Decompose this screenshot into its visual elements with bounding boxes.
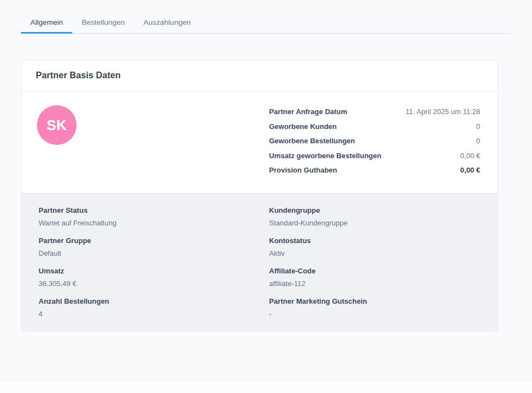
card-title: Partner Basis Daten [36,71,121,80]
detail-field-value: affiliate-112 [269,280,480,288]
summary-row-value: 0 [476,123,480,131]
detail-field-value: Aktiv [269,250,480,257]
detail-field-label: Partner Gruppe [39,237,269,245]
detail-field-label: Affiliate-Code [269,267,480,275]
detail-field: Partner Status Wartet auf Freischaltung [39,207,269,227]
tab-label: Auszahlungen [143,18,191,26]
card-body: SK Partner Anfrage Datum 11. April 2025 … [22,91,497,193]
summary-row: Geworbene Kunden 0 [269,123,480,131]
summary-row: Provision Guthaben 0,00 € [269,166,480,174]
tab-label: Bestellungen [82,18,125,26]
detail-field-value: 36.305,49 € [39,280,269,288]
detail-field-label: Kundengruppe [269,207,480,214]
summary-row-label: Geworbene Bestellungen [269,137,355,145]
summary-row-label: Provision Guthaben [269,166,337,174]
summary-row: Geworbene Bestellungen 0 [269,137,480,145]
detail-field: Partner Marketing Gutschein - [269,298,480,318]
detail-field-label: Kontostatus [269,237,480,245]
detail-field-value: Standard-Kundengruppe [269,219,480,227]
detail-field-value: Wartet auf Freischaltung [39,219,269,227]
summary-row: Partner Anfrage Datum 11. April 2025 um … [269,108,480,116]
detail-field-value: - [269,310,480,318]
summary-row-value: 0,00 € [460,152,480,160]
tabs: Allgemein Bestellungen Auszahlungen [21,12,511,34]
detail-field-label: Umsatz [39,267,269,275]
summary-row-label: Umsatz geworbene Bestellungen [269,152,381,160]
summary-row-value: 0,00 € [460,166,480,174]
summary-row-label: Partner Anfrage Datum [269,108,347,116]
detail-field-label: Partner Status [39,207,269,214]
summary-rows: Partner Anfrage Datum 11. April 2025 um … [269,108,480,181]
detail-field: Affiliate-Code affiliate-112 [269,267,480,288]
detail-field-value: Default [39,250,269,257]
tab-bar: Allgemein Bestellungen Auszahlungen [21,12,511,34]
detail-field: Umsatz 36.305,49 € [39,267,269,288]
detail-field: Anzahl Bestellungen 4 [39,298,269,318]
detail-field-label: Anzahl Bestellungen [39,298,269,305]
card-header: Partner Basis Daten [22,60,497,91]
tab-item[interactable]: Auszahlungen [134,12,200,34]
tab-item[interactable]: Allgemein [21,12,72,34]
summary-row-value: 0 [476,137,480,145]
detail-field-value: 4 [39,310,269,318]
summary-row: Umsatz geworbene Bestellungen 0,00 € [269,152,480,160]
detail-field: Kontostatus Aktiv [269,237,480,257]
partner-basis-data-card: Partner Basis Daten SK Partner Anfrage D… [21,60,498,331]
footer-strip [0,380,532,393]
detail-section: Partner Status Wartet auf Freischaltung … [22,193,497,330]
tab-label: Allgemein [30,18,63,26]
partner-avatar: SK [37,105,77,145]
tab-item[interactable]: Bestellungen [72,12,134,34]
detail-field: Kundengruppe Standard-Kundengruppe [269,207,480,227]
summary-row-value: 11. April 2025 um 11:28 [406,108,480,116]
detail-field-label: Partner Marketing Gutschein [269,298,480,305]
detail-field: Partner Gruppe Default [39,237,269,257]
summary-row-label: Geworbene Kunden [269,123,337,131]
